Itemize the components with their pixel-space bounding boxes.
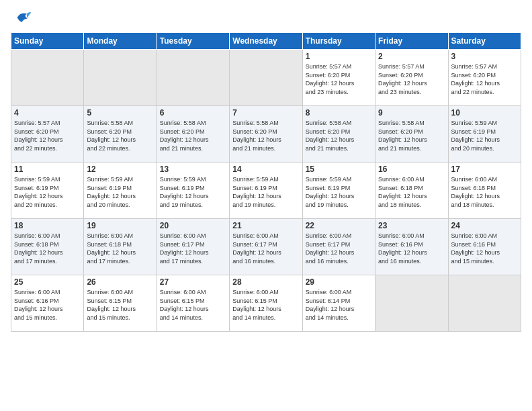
cell-content: Sunrise: 5:59 AM Sunset: 6:19 PM Dayligh… <box>160 175 226 209</box>
cell-content: Sunrise: 5:58 AM Sunset: 6:20 PM Dayligh… <box>87 119 153 152</box>
calendar-cell: 10Sunrise: 5:59 AM Sunset: 6:19 PM Dayli… <box>448 106 521 163</box>
cell-content: Sunrise: 6:00 AM Sunset: 6:18 PM Dayligh… <box>14 232 81 265</box>
calendar-week-row: 4Sunrise: 5:57 AM Sunset: 6:20 PM Daylig… <box>11 106 521 163</box>
calendar-week-row: 11Sunrise: 5:59 AM Sunset: 6:19 PM Dayli… <box>11 163 521 219</box>
day-number: 15 <box>306 165 372 174</box>
cell-content: Sunrise: 6:00 AM Sunset: 6:15 PM Dayligh… <box>232 288 299 322</box>
cell-content: Sunrise: 5:58 AM Sunset: 6:20 PM Dayligh… <box>232 119 299 152</box>
calendar-cell: 29Sunrise: 6:00 AM Sunset: 6:14 PM Dayli… <box>302 275 375 332</box>
calendar-cell: 5Sunrise: 5:58 AM Sunset: 6:20 PM Daylig… <box>84 106 157 163</box>
cell-content: Sunrise: 5:57 AM Sunset: 6:20 PM Dayligh… <box>451 62 518 96</box>
cell-content: Sunrise: 5:59 AM Sunset: 6:19 PM Dayligh… <box>14 175 81 209</box>
calendar-cell: 15Sunrise: 5:59 AM Sunset: 6:19 PM Dayli… <box>302 163 375 219</box>
cell-content: Sunrise: 5:58 AM Sunset: 6:20 PM Dayligh… <box>160 119 226 152</box>
calendar-cell <box>230 50 302 106</box>
cell-content: Sunrise: 5:58 AM Sunset: 6:20 PM Dayligh… <box>378 119 445 152</box>
calendar-header-monday: Monday <box>84 33 157 50</box>
cell-content: Sunrise: 5:59 AM Sunset: 6:19 PM Dayligh… <box>451 119 518 152</box>
day-number: 3 <box>451 52 518 61</box>
calendar-cell: 4Sunrise: 5:57 AM Sunset: 6:20 PM Daylig… <box>11 106 84 163</box>
calendar-header-friday: Friday <box>375 33 448 50</box>
calendar-cell <box>448 275 521 332</box>
day-number: 5 <box>87 108 153 118</box>
cell-content: Sunrise: 5:59 AM Sunset: 6:19 PM Dayligh… <box>87 175 153 209</box>
day-number: 23 <box>378 221 445 230</box>
page-header <box>11 11 521 27</box>
cell-content: Sunrise: 6:00 AM Sunset: 6:15 PM Dayligh… <box>87 288 153 322</box>
cell-content: Sunrise: 6:00 AM Sunset: 6:18 PM Dayligh… <box>451 175 518 209</box>
day-number: 29 <box>306 277 372 287</box>
calendar-week-row: 1Sunrise: 5:57 AM Sunset: 6:20 PM Daylig… <box>11 50 521 106</box>
cell-content: Sunrise: 5:58 AM Sunset: 6:20 PM Dayligh… <box>306 119 372 152</box>
day-number: 8 <box>306 108 372 118</box>
calendar-header-wednesday: Wednesday <box>230 33 302 50</box>
calendar-table: SundayMondayTuesdayWednesdayThursdayFrid… <box>11 32 521 332</box>
calendar-cell: 25Sunrise: 6:00 AM Sunset: 6:16 PM Dayli… <box>11 275 84 332</box>
day-number: 22 <box>306 221 372 230</box>
cell-content: Sunrise: 6:00 AM Sunset: 6:18 PM Dayligh… <box>87 232 153 265</box>
calendar-cell: 24Sunrise: 6:00 AM Sunset: 6:16 PM Dayli… <box>448 219 521 275</box>
calendar-header-row: SundayMondayTuesdayWednesdayThursdayFrid… <box>11 33 521 50</box>
calendar-week-row: 18Sunrise: 6:00 AM Sunset: 6:18 PM Dayli… <box>11 219 521 275</box>
cell-content: Sunrise: 5:59 AM Sunset: 6:19 PM Dayligh… <box>306 175 372 209</box>
calendar-cell <box>157 50 229 106</box>
calendar-header-saturday: Saturday <box>448 33 521 50</box>
cell-content: Sunrise: 6:00 AM Sunset: 6:17 PM Dayligh… <box>232 232 299 265</box>
calendar-cell: 16Sunrise: 6:00 AM Sunset: 6:18 PM Dayli… <box>375 163 448 219</box>
day-number: 28 <box>232 277 299 287</box>
day-number: 21 <box>232 221 299 230</box>
calendar-cell: 8Sunrise: 5:58 AM Sunset: 6:20 PM Daylig… <box>302 106 375 163</box>
calendar-week-row: 25Sunrise: 6:00 AM Sunset: 6:16 PM Dayli… <box>11 275 521 332</box>
calendar-cell: 9Sunrise: 5:58 AM Sunset: 6:20 PM Daylig… <box>375 106 448 163</box>
cell-content: Sunrise: 6:00 AM Sunset: 6:16 PM Dayligh… <box>451 232 518 265</box>
day-number: 2 <box>378 52 445 61</box>
cell-content: Sunrise: 5:59 AM Sunset: 6:19 PM Dayligh… <box>232 175 299 209</box>
calendar-cell: 3Sunrise: 5:57 AM Sunset: 6:20 PM Daylig… <box>448 50 521 106</box>
calendar-cell: 12Sunrise: 5:59 AM Sunset: 6:19 PM Dayli… <box>84 163 157 219</box>
day-number: 14 <box>232 165 299 174</box>
calendar-cell: 18Sunrise: 6:00 AM Sunset: 6:18 PM Dayli… <box>11 219 84 275</box>
day-number: 27 <box>160 277 226 287</box>
calendar-cell: 26Sunrise: 6:00 AM Sunset: 6:15 PM Dayli… <box>84 275 157 332</box>
day-number: 17 <box>451 165 518 174</box>
day-number: 1 <box>306 52 372 61</box>
cell-content: Sunrise: 6:00 AM Sunset: 6:15 PM Dayligh… <box>160 288 226 322</box>
cell-content: Sunrise: 6:00 AM Sunset: 6:14 PM Dayligh… <box>306 288 372 322</box>
logo-bird-icon <box>13 8 32 27</box>
cell-content: Sunrise: 5:57 AM Sunset: 6:20 PM Dayligh… <box>14 119 81 152</box>
day-number: 13 <box>160 165 226 174</box>
logo <box>11 11 32 27</box>
day-number: 18 <box>14 221 81 230</box>
calendar-cell: 7Sunrise: 5:58 AM Sunset: 6:20 PM Daylig… <box>230 106 302 163</box>
calendar-cell: 1Sunrise: 5:57 AM Sunset: 6:20 PM Daylig… <box>302 50 375 106</box>
calendar-cell: 11Sunrise: 5:59 AM Sunset: 6:19 PM Dayli… <box>11 163 84 219</box>
calendar-cell <box>84 50 157 106</box>
calendar-cell: 14Sunrise: 5:59 AM Sunset: 6:19 PM Dayli… <box>230 163 302 219</box>
calendar-cell: 27Sunrise: 6:00 AM Sunset: 6:15 PM Dayli… <box>157 275 229 332</box>
calendar-cell: 19Sunrise: 6:00 AM Sunset: 6:18 PM Dayli… <box>84 219 157 275</box>
calendar-cell: 21Sunrise: 6:00 AM Sunset: 6:17 PM Dayli… <box>230 219 302 275</box>
calendar-body: 1Sunrise: 5:57 AM Sunset: 6:20 PM Daylig… <box>11 50 521 332</box>
calendar-cell: 28Sunrise: 6:00 AM Sunset: 6:15 PM Dayli… <box>230 275 302 332</box>
cell-content: Sunrise: 6:00 AM Sunset: 6:18 PM Dayligh… <box>378 175 445 209</box>
day-number: 7 <box>232 108 299 118</box>
calendar-cell <box>11 50 84 106</box>
cell-content: Sunrise: 6:00 AM Sunset: 6:17 PM Dayligh… <box>306 232 372 265</box>
day-number: 26 <box>87 277 153 287</box>
day-number: 16 <box>378 165 445 174</box>
cell-content: Sunrise: 6:00 AM Sunset: 6:16 PM Dayligh… <box>378 232 445 265</box>
calendar-cell <box>375 275 448 332</box>
cell-content: Sunrise: 5:57 AM Sunset: 6:20 PM Dayligh… <box>378 62 445 96</box>
day-number: 11 <box>14 165 81 174</box>
day-number: 20 <box>160 221 226 230</box>
calendar-cell: 6Sunrise: 5:58 AM Sunset: 6:20 PM Daylig… <box>157 106 229 163</box>
day-number: 6 <box>160 108 226 118</box>
day-number: 4 <box>14 108 81 118</box>
day-number: 9 <box>378 108 445 118</box>
calendar-cell: 13Sunrise: 5:59 AM Sunset: 6:19 PM Dayli… <box>157 163 229 219</box>
cell-content: Sunrise: 5:57 AM Sunset: 6:20 PM Dayligh… <box>306 62 372 96</box>
day-number: 24 <box>451 221 518 230</box>
calendar-header-tuesday: Tuesday <box>157 33 229 50</box>
calendar-header-sunday: Sunday <box>11 33 84 50</box>
day-number: 12 <box>87 165 153 174</box>
